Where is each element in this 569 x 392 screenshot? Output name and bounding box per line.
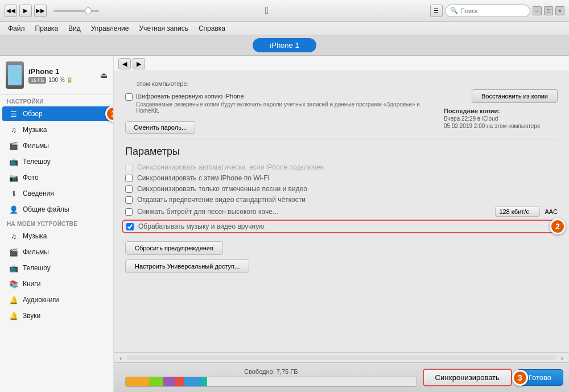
wifi-sync-checkbox[interactable]: [125, 175, 133, 182]
sidebar-item-dfilms-label: Фильмы: [23, 248, 49, 256]
accessibility-button[interactable]: Настроить Универсальный доступ...: [125, 259, 249, 273]
annotation-3: 3: [512, 370, 528, 386]
dtvshows-icon: 📺: [9, 263, 18, 273]
checked-only-label: Синхронизировать только отмеченные песни…: [137, 185, 307, 193]
last-copies-title: Последние копии:: [444, 108, 558, 114]
sidebar-item-dtvshows[interactable]: 📺 Телешоу: [2, 261, 111, 275]
sidebar-item-info[interactable]: ℹ Сведения: [2, 186, 111, 201]
device-section-header: На моем устройстве: [0, 217, 113, 228]
param-auto-sync: Синхронизировать автоматически, если iPh…: [125, 163, 558, 171]
auto-sync-checkbox[interactable]: [125, 164, 133, 171]
bitrate-checkbox[interactable]: [125, 208, 133, 216]
checked-only-checkbox[interactable]: [125, 185, 133, 193]
rewind-button[interactable]: ◀◀: [5, 5, 17, 17]
sidebar-item-dfilms[interactable]: 🎬 Фильмы: [2, 245, 111, 259]
restore-section: Восстановить из копии Последние копии: В…: [444, 89, 558, 129]
scrollbar-track: [127, 356, 556, 360]
sync-button[interactable]: Синхронизировать: [423, 369, 512, 386]
sidebar-item-dtvshows-label: Телешоу: [23, 264, 51, 272]
list-view-button[interactable]: ☰: [430, 5, 443, 17]
forward-arrow-button[interactable]: ▶: [133, 58, 145, 69]
sidebar-item-music[interactable]: ♫ Музыка: [2, 122, 111, 137]
scroll-left-icon[interactable]: ‹: [117, 353, 125, 362]
sidebar-item-shared-label: Общие файлы: [23, 205, 69, 213]
info-icon: ℹ: [9, 189, 18, 198]
apple-logo-icon: : [265, 5, 269, 16]
minimize-button[interactable]: ─: [533, 6, 542, 15]
music-icon: ♫: [9, 125, 18, 134]
volume-thumb[interactable]: [85, 7, 92, 14]
settings-section-header: Настройки: [0, 95, 113, 106]
storage-free-label: Свободно: 7,75 ГБ: [125, 368, 417, 375]
volume-slider[interactable]: [53, 10, 99, 12]
bitrate-format-label: AAC: [545, 208, 558, 215]
sidebar-item-dbooks-label: Книги: [23, 280, 40, 288]
encrypt-label: Шифровать резервную копию iPhone: [136, 92, 432, 100]
bar-seg-4: [184, 377, 201, 386]
sidebar-item-dbooks[interactable]: 📚 Книги: [2, 277, 111, 291]
sidebar-item-dsounds[interactable]: 🔔 Звуки: [2, 308, 111, 323]
param-checked-only: Синхронизировать только отмеченные песни…: [125, 185, 558, 193]
close-button[interactable]: ×: [555, 6, 564, 15]
encrypt-row: Шифровать резервную копию iPhone Создава…: [125, 92, 432, 114]
sidebar-item-overview[interactable]: ☰ Обзор: [2, 106, 111, 121]
tab-iphone[interactable]: iPhone 1: [253, 38, 316, 52]
sidebar-item-films[interactable]: 🎬 Фильмы: [2, 138, 111, 153]
sidebar-item-photos[interactable]: 📷 Фото: [2, 170, 111, 185]
menu-view[interactable]: Вид: [64, 23, 85, 34]
dfilms-icon: 🎬: [9, 247, 18, 257]
sidebar-item-dmusic[interactable]: ♫ Музыка: [2, 229, 111, 244]
menu-file[interactable]: Файл: [3, 23, 30, 34]
wifi-sync-label: Синхронизировать с этим iPhone по Wi-Fi: [137, 174, 269, 182]
sidebar-item-tvshows[interactable]: 📺 Телешоу: [2, 154, 111, 169]
photos-icon: 📷: [9, 173, 18, 182]
films-icon: 🎬: [9, 141, 18, 150]
device-name: iPhone 1: [28, 67, 96, 76]
horizontal-scrollbar[interactable]: ‹ ›: [114, 352, 569, 362]
restore-button[interactable]: □: [544, 6, 553, 15]
top-continuation-text: этом компьютере.: [125, 77, 558, 89]
search-icon: 🔍: [450, 7, 458, 14]
manual-checkbox[interactable]: [126, 223, 134, 230]
main-layout: iPhone 1 16 ГБ 100 % 🔋 ⏏ Настройки ☰ Обз…: [0, 56, 569, 392]
change-password-button[interactable]: Сменить пароль...: [125, 121, 195, 134]
encrypt-checkbox[interactable]: [125, 93, 133, 101]
sync-button-wrap: Синхронизировать 3: [423, 369, 512, 386]
playback-controls: ◀◀ ▶ ▶▶: [5, 5, 104, 17]
last-copies: Последние копии: Вчера 22:29 в iCloud 05…: [444, 108, 558, 129]
play-button[interactable]: ▶: [19, 5, 32, 17]
hd-pref-checkbox[interactable]: [125, 196, 133, 204]
bar-seg-1: [149, 377, 164, 386]
eject-button[interactable]: ⏏: [100, 71, 108, 80]
scroll-right-icon[interactable]: ›: [558, 353, 566, 362]
search-input[interactable]: [460, 7, 525, 14]
last-copy-entry-2: 05.02.2019 2:00 на этом компьютере: [444, 123, 558, 129]
restore-from-backup-button[interactable]: Восстановить из копии: [472, 89, 558, 103]
device-icon: [6, 61, 24, 89]
sidebar: iPhone 1 16 ГБ 100 % 🔋 ⏏ Настройки ☰ Обз…: [0, 56, 114, 392]
sidebar-item-shared[interactable]: 👤 Общие файлы: [2, 202, 111, 217]
reset-warnings-button[interactable]: Сбросить предупреждения: [125, 241, 223, 255]
manual-label: Обрабатывать музыку и видео вручную: [138, 222, 264, 230]
bitrate-dropdown[interactable]: 128 кбит/с 192 кбит/с 256 кбит/с: [495, 207, 540, 217]
sidebar-item-music-label: Музыка: [23, 126, 47, 134]
param-manual: Обрабатывать музыку и видео вручную: [122, 220, 561, 233]
menu-help[interactable]: Справка: [194, 23, 230, 34]
fast-forward-button[interactable]: ▶▶: [34, 5, 47, 17]
param-bitrate: Снижать битрейт для песен высокого каче.…: [125, 207, 558, 217]
bitrate-label: Снижать битрейт для песен высокого каче.…: [137, 208, 278, 216]
sidebar-item-photos-label: Фото: [23, 174, 39, 181]
params-section: Параметры Синхронизировать автоматически…: [125, 146, 558, 275]
sidebar-item-daudio[interactable]: 🔔 Аудиокниги: [2, 292, 111, 307]
menu-manage[interactable]: Управление: [86, 23, 134, 34]
overview-icon: ☰: [9, 109, 18, 118]
device-header: iPhone 1 16 ГБ 100 % 🔋 ⏏: [0, 56, 113, 95]
backup-restore-section: Шифровать резервную копию iPhone Создава…: [125, 89, 558, 140]
nav-overview-wrap: ☰ Обзор 1: [0, 106, 113, 122]
back-arrow-button[interactable]: ◀: [118, 58, 131, 69]
content-scroll: этом компьютере. Шифровать резервную коп…: [114, 71, 569, 352]
action-buttons: Сбросить предупреждения Настроить Универ…: [125, 239, 558, 275]
daudio-icon: 🔔: [9, 295, 18, 304]
menu-account[interactable]: Учетная запись: [135, 23, 193, 34]
menu-edit[interactable]: Правка: [31, 23, 63, 34]
